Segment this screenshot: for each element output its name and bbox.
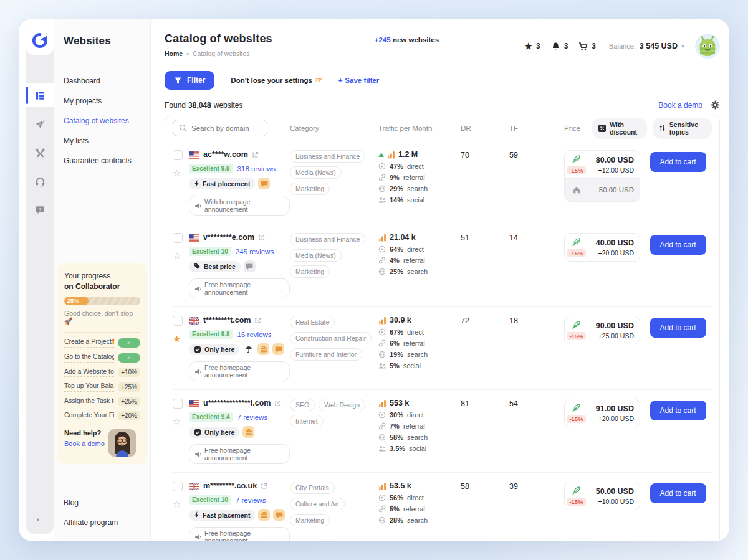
feature-badge[interactable]: Fast placement [189, 178, 255, 189]
book-demo-link-sidebar[interactable]: Book a demo [64, 440, 105, 447]
sidebar-item-my-lists[interactable]: My lists [54, 131, 150, 151]
chat-icon[interactable] [258, 178, 270, 189]
domain-name[interactable]: v********e.com [203, 233, 254, 242]
feature-badge[interactable]: Best price [189, 261, 241, 272]
category-pill[interactable]: SEO [290, 399, 315, 411]
user-avatar[interactable] [695, 34, 720, 59]
breadcrumb-home[interactable]: Home [165, 50, 183, 57]
briefcase-icon[interactable] [258, 509, 270, 521]
task-label[interactable]: Create a Project🤩 [64, 338, 114, 348]
notifications-counter[interactable]: 3 [551, 42, 568, 51]
sensitive-topics-toggle[interactable]: Sensitive topics [653, 118, 712, 139]
feature-badge[interactable]: Only here [189, 427, 239, 438]
add-to-cart-button[interactable]: Add to cart [650, 318, 706, 338]
external-link-icon[interactable] [274, 400, 281, 407]
favorite-star-icon[interactable]: ☆ [173, 168, 189, 178]
column-header-price[interactable]: Price [564, 125, 580, 132]
category-pill[interactable]: Marketing [290, 514, 330, 526]
announcement-badge[interactable]: Free homepage announcement [189, 278, 290, 298]
rail-item-tools[interactable] [26, 141, 54, 164]
rail-item-send[interactable] [26, 112, 54, 136]
reviews-link[interactable]: 245 reviews [236, 248, 274, 255]
filter-button[interactable]: Filter [165, 71, 214, 90]
add-to-cart-button[interactable]: Add to cart [650, 401, 706, 420]
with-discount-toggle[interactable]: With discount [592, 118, 647, 139]
cart-counter[interactable]: 3 [578, 42, 596, 51]
add-to-cart-button[interactable]: Add to cart [650, 483, 706, 503]
domain-name[interactable]: t********t.com [203, 316, 251, 325]
chat-icon[interactable] [244, 260, 256, 272]
rail-item-support[interactable] [26, 169, 54, 193]
reviews-link[interactable]: 7 reviews [237, 414, 268, 421]
sidebar-link-affiliate-program[interactable]: Affiliate program [54, 513, 150, 533]
column-header-tf[interactable]: TF [509, 125, 564, 132]
collaborator-logo[interactable] [26, 26, 54, 55]
announcement-badge[interactable]: Free homepage announcement [189, 361, 290, 381]
column-header-category[interactable]: Category [290, 125, 378, 132]
book-demo-link[interactable]: Book a demo [658, 101, 702, 110]
task-label[interactable]: Assign the Task to the ... [64, 397, 114, 406]
category-pill[interactable]: Marketing [290, 183, 330, 195]
chat-icon[interactable] [272, 343, 284, 355]
category-pill[interactable]: Media (News) [290, 249, 342, 262]
sidebar-item-dashboard[interactable]: Dashboard [54, 71, 150, 91]
category-pill[interactable]: City Portals [290, 482, 335, 494]
external-link-icon[interactable] [252, 151, 259, 158]
task-label[interactable]: Go to the Catalog🧭 [64, 353, 114, 363]
external-link-icon[interactable] [254, 317, 261, 324]
announcement-badge[interactable]: Free homepage announcement [189, 527, 290, 541]
category-pill[interactable]: Web Design [319, 399, 365, 411]
feature-badge[interactable]: Fast placement [189, 510, 255, 521]
category-pill[interactable]: Culture and Art [290, 498, 345, 510]
reviews-link[interactable]: 16 reviews [237, 331, 272, 338]
search-input[interactable] [191, 125, 254, 132]
column-header-dr[interactable]: DR [461, 125, 509, 132]
sidebar-link-blog[interactable]: Blog [54, 493, 150, 513]
category-pill[interactable]: Furniture and Interior [290, 348, 362, 361]
favorite-star-icon[interactable]: ☆ [173, 500, 189, 509]
balance-menu[interactable]: Balance: 3 545 USD ▾ [609, 42, 684, 50]
settings-gear-icon[interactable] [711, 100, 720, 110]
column-header-traffic[interactable]: Traffic per Month [378, 125, 461, 132]
feature-badge[interactable]: Only here [189, 344, 239, 355]
collapse-sidebar-button[interactable]: ← [35, 513, 45, 524]
favorite-star-icon[interactable]: ★ [173, 334, 189, 343]
category-pill[interactable]: Media (News) [290, 166, 342, 179]
external-link-icon[interactable] [261, 483, 267, 490]
external-link-icon[interactable] [258, 234, 265, 241]
domain-name[interactable]: u**************l.com [203, 399, 271, 408]
briefcase-icon[interactable] [242, 426, 254, 438]
task-label[interactable]: Top up Your Balance💰 [64, 382, 114, 392]
category-pill[interactable]: Business and Finance [290, 233, 365, 245]
row-checkbox[interactable] [173, 233, 183, 243]
domain-name[interactable]: ac****w.com [203, 150, 248, 159]
sidebar-item-catalog-of-websites[interactable]: Catalog of websites [54, 111, 150, 131]
domain-name[interactable]: m********.co.uk [203, 482, 257, 491]
row-checkbox[interactable] [173, 316, 183, 326]
add-to-cart-button[interactable]: Add to cart [650, 152, 706, 172]
reviews-link[interactable]: 318 reviews [237, 165, 276, 173]
new-websites-banner[interactable]: +245 new websites [375, 36, 439, 44]
row-checkbox[interactable] [173, 399, 183, 409]
announcement-badge[interactable]: Free homepage announcement [189, 444, 290, 464]
category-pill[interactable]: Marketing [290, 265, 330, 278]
rail-item-help[interactable]: ? [26, 198, 54, 222]
favorite-star-icon[interactable]: ☆ [173, 251, 189, 260]
rail-item-dashboard[interactable] [26, 83, 54, 107]
briefcase-icon[interactable] [257, 343, 269, 355]
umbrella-icon[interactable] [242, 343, 254, 355]
row-checkbox[interactable] [173, 150, 183, 160]
save-filter-button[interactable]: + Save filter [338, 77, 380, 84]
favorite-star-icon[interactable]: ☆ [173, 417, 189, 426]
category-pill[interactable]: Internet [290, 415, 324, 427]
row-checkbox[interactable] [173, 482, 183, 491]
category-pill[interactable]: Construction and Repair [290, 332, 372, 344]
category-pill[interactable]: Real Estate [290, 316, 335, 328]
sidebar-item-my-projects[interactable]: My projects [54, 91, 150, 111]
favorites-counter[interactable]: ★ 3 [524, 41, 540, 51]
chat-icon[interactable] [273, 509, 285, 521]
category-pill[interactable]: Business and Finance [290, 150, 365, 163]
reviews-link[interactable]: 7 reviews [236, 496, 266, 504]
task-label[interactable]: Add a Website to the C... [64, 368, 114, 377]
sidebar-item-guarantee-contracts[interactable]: Guarantee contracts [54, 151, 150, 171]
